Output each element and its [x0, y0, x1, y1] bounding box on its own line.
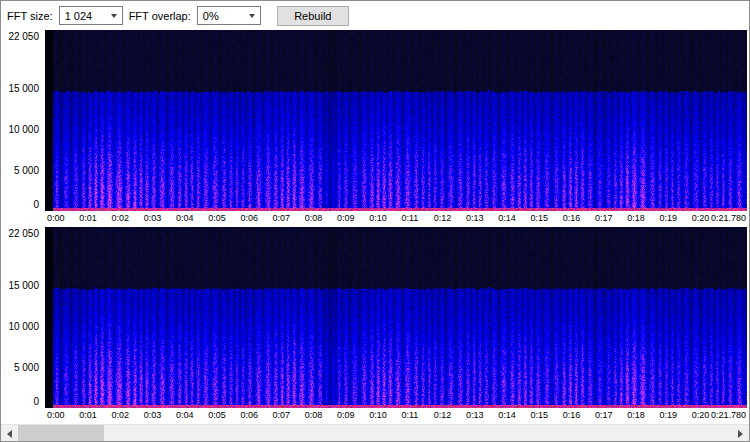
spectrogram-canvas-left[interactable]	[45, 30, 747, 211]
time-tick-label: 0:00	[47, 213, 65, 223]
time-tick-label: 0:09	[337, 213, 355, 223]
toolbar: FFT size: 1 024 FFT overlap: 0% Rebuild	[1, 1, 749, 27]
time-tick-label: 0:17	[595, 213, 613, 223]
fft-overlap-select[interactable]: 0%	[197, 6, 261, 25]
time-tick-label: 0:19	[659, 410, 677, 420]
freq-tick-label: 0	[33, 199, 39, 210]
time-tick-label: 0:10	[369, 213, 387, 223]
time-tick-label: 0:16	[563, 410, 581, 420]
time-tick-label: 0:02	[111, 213, 129, 223]
freq-tick-label: 22 050	[8, 31, 39, 42]
time-tick-label: 0:02	[111, 410, 129, 420]
fft-overlap-label: FFT overlap:	[129, 10, 191, 22]
freq-tick-label: 15 000	[8, 83, 39, 94]
time-tick-label: 0:15	[530, 213, 548, 223]
time-tick-label: 0:20	[692, 213, 710, 223]
rebuild-button[interactable]: Rebuild	[277, 6, 349, 26]
frequency-axis-right: 22 05015 00010 0005 0000	[1, 227, 45, 408]
time-tick-label: 0:08	[305, 213, 323, 223]
time-tick-label: 0:12	[434, 410, 452, 420]
time-tick-label: 0:04	[176, 410, 194, 420]
time-tick-label: 0:21.780	[711, 213, 746, 223]
time-tick-label: 0:07	[273, 410, 291, 420]
freq-tick-label: 10 000	[8, 321, 39, 332]
freq-tick-label: 5 000	[14, 362, 39, 373]
time-tick-label: 0:18	[627, 213, 645, 223]
spectrogram-canvas-right[interactable]	[45, 227, 747, 408]
horizontal-scrollbar[interactable]	[1, 424, 749, 441]
time-tick-label: 0:07	[273, 213, 291, 223]
time-tick-label: 0:11	[402, 410, 419, 420]
spectrogram-panel-left: 22 05015 00010 0005 0000	[1, 30, 749, 211]
time-tick-label: 0:09	[337, 410, 355, 420]
time-tick-label: 0:11	[402, 213, 419, 223]
time-tick-label: 0:19	[659, 213, 677, 223]
time-axis-left: 0:000:010:020:030:040:050:060:070:080:09…	[45, 211, 747, 227]
scrollbar-thumb[interactable]	[18, 425, 104, 441]
time-tick-label: 0:01	[79, 410, 97, 420]
time-tick-label: 0:18	[627, 410, 645, 420]
time-tick-label: 0:15	[530, 410, 548, 420]
time-tick-label: 0:03	[144, 410, 162, 420]
freq-tick-label: 22 050	[8, 228, 39, 239]
time-tick-label: 0:06	[240, 213, 258, 223]
time-tick-label: 0:05	[208, 213, 226, 223]
scroll-right-icon	[738, 430, 743, 438]
time-axis-right: 0:000:010:020:030:040:050:060:070:080:09…	[45, 408, 747, 424]
app-window: FFT size: 1 024 FFT overlap: 0% Rebuild …	[0, 0, 750, 442]
fft-size-label: FFT size:	[7, 10, 53, 22]
freq-tick-label: 0	[33, 396, 39, 407]
scrollbar-track[interactable]	[18, 425, 732, 441]
time-tick-label: 0:00	[47, 410, 65, 420]
fft-overlap-value: 0%	[203, 10, 219, 22]
time-tick-label: 0:14	[498, 410, 516, 420]
frequency-axis-left: 22 05015 00010 0005 0000	[1, 30, 45, 211]
chevron-down-icon	[249, 14, 255, 18]
time-tick-label: 0:06	[240, 410, 258, 420]
scroll-right-button[interactable]	[732, 425, 749, 442]
time-tick-label: 0:20	[692, 410, 710, 420]
time-tick-label: 0:13	[466, 213, 484, 223]
time-tick-label: 0:01	[79, 213, 97, 223]
spectrogram-panel-right: 22 05015 00010 0005 0000	[1, 227, 749, 408]
time-tick-label: 0:03	[144, 213, 162, 223]
freq-tick-label: 15 000	[8, 280, 39, 291]
time-tick-label: 0:10	[369, 410, 387, 420]
freq-tick-label: 5 000	[14, 165, 39, 176]
time-tick-label: 0:05	[208, 410, 226, 420]
scroll-left-icon	[7, 430, 12, 438]
scroll-left-button[interactable]	[1, 425, 18, 442]
time-tick-label: 0:08	[305, 410, 323, 420]
time-tick-label: 0:16	[563, 213, 581, 223]
time-tick-label: 0:12	[434, 213, 452, 223]
time-tick-label: 0:21.780	[711, 410, 746, 420]
time-tick-label: 0:14	[498, 213, 516, 223]
time-tick-label: 0:04	[176, 213, 194, 223]
time-tick-label: 0:13	[466, 410, 484, 420]
fft-size-select[interactable]: 1 024	[59, 6, 123, 25]
freq-tick-label: 10 000	[8, 124, 39, 135]
time-tick-label: 0:17	[595, 410, 613, 420]
chevron-down-icon	[111, 14, 117, 18]
fft-size-value: 1 024	[65, 10, 93, 22]
